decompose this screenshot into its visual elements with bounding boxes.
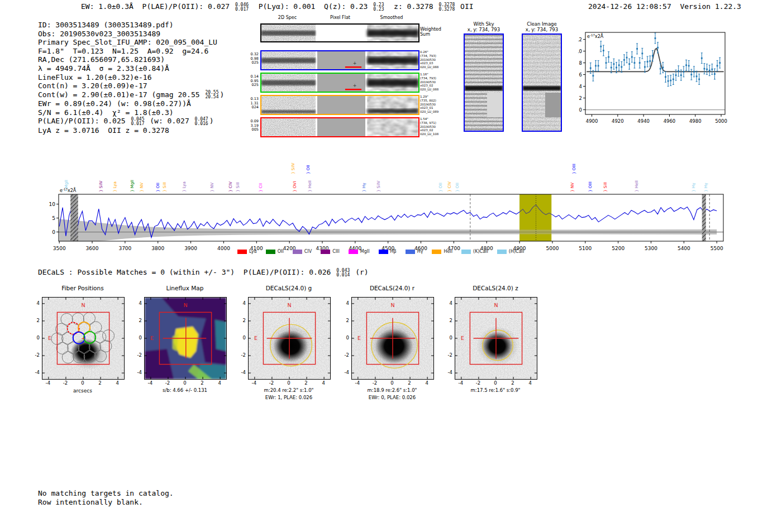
decorative	[618, 64, 620, 66]
compass-east: E	[357, 335, 361, 341]
x-tick-label: -4	[454, 380, 468, 386]
decorative	[523, 78, 561, 79]
decorative	[367, 109, 418, 113]
y-tick-label: -4	[338, 370, 349, 375]
emission-line-label: } NV	[209, 183, 214, 192]
decorative	[465, 50, 503, 52]
y-tick-label: -4	[441, 370, 452, 375]
text-segment: EW: 1.0±0.3Å P(LAE)/P(OII): 0.027	[81, 2, 234, 11]
info-line: ID: 3003513489 (3003513489.pdf)	[38, 21, 224, 30]
legend-swatch	[349, 250, 358, 254]
compass-north: N	[183, 302, 187, 308]
decorative	[647, 61, 649, 63]
decorative	[711, 69, 713, 70]
text-segment: DECaLS : Possible Matches = 0 (within +/…	[38, 268, 335, 276]
emission-line-label: } SiIV	[98, 180, 103, 192]
info-line: S/N = 6.1(±0.4) χ² = 1.8(±0.3)	[38, 108, 224, 117]
decorative	[623, 59, 625, 61]
cutout-image: NE	[248, 297, 331, 380]
y-tick-label: 2	[338, 318, 349, 323]
info-line: Cont(w) = 2.90(±0.01)e-17 (gmag 20.55 20…	[38, 90, 224, 100]
decorative	[616, 67, 617, 69]
decorative	[595, 65, 597, 66]
decorative	[621, 66, 622, 68]
legend-label: Hβ	[390, 249, 397, 254]
decorative	[465, 54, 503, 56]
decorative: 5000	[546, 246, 559, 251]
decorative	[613, 63, 615, 65]
decorative: 024	[245, 106, 259, 110]
legend-label: CIII	[332, 249, 340, 254]
cutout-caption: m:18.9 re:2.6" s:1.0"	[340, 387, 444, 393]
decorative	[660, 68, 661, 70]
decorative	[261, 80, 316, 86]
decorative	[709, 70, 711, 71]
decorative: 4000	[217, 246, 230, 251]
decorative: v023_02	[420, 128, 438, 132]
emission-line-label: } SiIV	[376, 180, 381, 192]
emission-line-label: } NV	[139, 183, 144, 192]
stacked-uncertainty: 20.5520.54	[205, 90, 218, 99]
emission-line-label: } CIV	[228, 181, 233, 192]
footer-note-2: Row intentionally blank.	[38, 498, 143, 506]
x-tick-label: -2	[161, 380, 174, 386]
decorative	[523, 124, 561, 126]
x-tick-label: -4	[351, 380, 364, 386]
decorative: 025	[245, 83, 259, 88]
decorative: 4	[579, 84, 582, 89]
y-tick-label: 2	[131, 318, 142, 323]
detection-info-block: ID: 3003513489 (3003513489.pdf)Obs: 2019…	[38, 21, 224, 135]
info-line: EWr = 0.89(±0.24) (w: 0.98(±0.27))Å	[38, 99, 224, 108]
emission-line-label: } CII	[258, 183, 263, 192]
decorative	[706, 69, 708, 70]
decorative	[608, 56, 609, 58]
decorative	[665, 76, 666, 78]
sky-panel-title: Clean Image	[508, 21, 575, 27]
text-segment: P(Lyα): 0.001 Q(z): 0.23	[250, 2, 372, 11]
decorative	[465, 128, 503, 130]
decorative	[367, 118, 418, 136]
emission-line-label: } MgII	[130, 180, 135, 192]
x-tick-label: 4	[213, 380, 226, 386]
decorative	[639, 62, 641, 64]
y-tick-label: 0	[338, 335, 349, 341]
legend-item: Lyα	[237, 249, 257, 254]
decorative: 1.29"	[420, 95, 438, 99]
decorative	[261, 58, 316, 64]
decorative: x2Å	[68, 187, 77, 193]
decorative	[523, 128, 561, 130]
decorative: 5100	[579, 246, 592, 251]
legend-item: MgII	[349, 249, 370, 254]
decorative	[655, 37, 656, 39]
emission-line-label: } SiII	[235, 182, 240, 192]
info-line: Obs: 20190530v023_3003513489	[38, 30, 224, 39]
emission-line-label: } MgII	[64, 180, 69, 192]
decorative	[523, 66, 561, 68]
decorative: 12	[578, 37, 582, 42]
x-tick-label: 4	[111, 380, 124, 386]
decorative	[465, 70, 503, 71]
spec2d-row-right-labels: 0.26"(734, 793)20190530v023_03020_LU_088	[420, 50, 438, 69]
legend-label: OII	[278, 249, 284, 254]
decorative	[261, 58, 316, 64]
y-tick-label: 4	[235, 300, 246, 306]
stacked-uncertainty: 0.0460.017	[235, 3, 249, 12]
cutout-image: +NE	[42, 297, 125, 380]
emission-line-label: } Hγ	[703, 183, 708, 192]
decorative	[261, 118, 316, 136]
decorative	[523, 86, 561, 90]
decorative	[649, 60, 651, 62]
compass-north: N	[287, 302, 291, 308]
decorative	[317, 25, 365, 41]
text-segment: )	[220, 90, 225, 99]
decorative: 4900	[586, 118, 598, 124]
legend-swatch	[497, 250, 507, 254]
decorative	[685, 64, 687, 66]
stacked-uncertainty: 0.32780.3278	[438, 3, 455, 12]
spec2d-strip: +	[260, 50, 419, 70]
x-tick-label: 0	[282, 380, 295, 386]
decorative	[465, 35, 503, 131]
decorative	[465, 39, 503, 40]
decorative	[261, 80, 316, 86]
text-segment: P(LAE)/P(OII): 0.025	[38, 117, 130, 125]
